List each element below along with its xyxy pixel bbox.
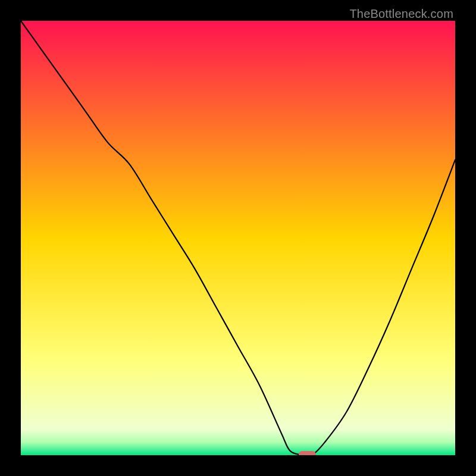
bottleneck-curve [21,21,455,455]
chart-container: TheBottleneck.com [0,0,476,476]
watermark-text: TheBottleneck.com [349,7,453,21]
optimal-point-marker [299,451,316,455]
plot-area [21,21,455,455]
